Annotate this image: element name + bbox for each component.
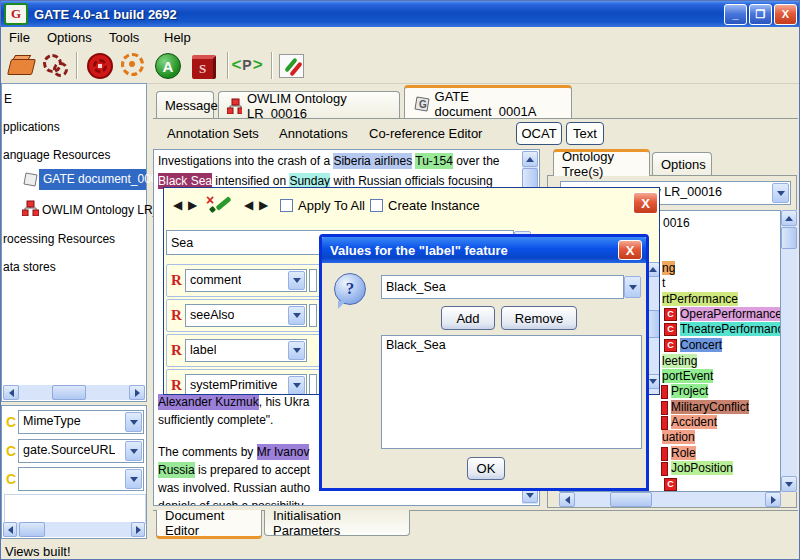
ontology-node[interactable]: COperaPerformance <box>664 307 781 321</box>
next-annotation-icon[interactable]: ▶ <box>188 198 197 212</box>
values-dialog-titlebar[interactable]: Values for the "label" feature <box>322 237 646 263</box>
next-span-icon[interactable]: ▶ <box>259 198 268 212</box>
tab-initialisation-parameters[interactable]: Initialisation Parameters <box>264 510 410 536</box>
prev-annotation-icon[interactable]: ◀ <box>173 198 182 212</box>
delete-annotation-icon[interactable]: × <box>206 192 240 218</box>
tree-item-data-stores[interactable]: ata stores <box>3 260 56 274</box>
dropdown-arrow[interactable] <box>288 376 305 395</box>
tree-item-language-resources[interactable]: anguage Resources <box>3 148 110 162</box>
dialog-close-icon[interactable]: X <box>633 192 658 214</box>
gear-icon[interactable] <box>119 51 147 79</box>
annotation-sets-button[interactable]: Annotation Sets <box>167 126 259 141</box>
ontology-hscrollbar[interactable] <box>559 492 781 507</box>
annotation-diff-icon[interactable] <box>277 51 305 79</box>
values-list[interactable]: Black_Sea <box>381 335 642 449</box>
tree-item-gate-document[interactable]: GATE document_0001A <box>39 169 146 190</box>
remove-button[interactable]: Remove <box>501 306 577 330</box>
ontology-node[interactable]: portEvent <box>662 369 713 383</box>
empty-combobox[interactable] <box>18 467 144 491</box>
tab-ontology-trees[interactable]: Ontology Tree(s) <box>553 149 650 176</box>
ontology-node[interactable]: t <box>662 276 665 290</box>
coreference-editor-button[interactable]: Co-reference Editor <box>369 126 482 141</box>
ontology-node[interactable]: Project <box>661 384 708 399</box>
ontology-node[interactable]: C <box>664 477 708 491</box>
text-button[interactable]: Text <box>566 122 604 145</box>
annotations-button[interactable]: Annotations <box>279 126 348 141</box>
create-instance-checkbox[interactable] <box>370 199 383 212</box>
ontotext-cube-icon[interactable]: S <box>189 51 217 79</box>
annotation-siberia-airlines[interactable]: Siberia airlines <box>333 153 412 169</box>
systemprimitive-combobox[interactable]: systemPrimitive <box>185 374 307 395</box>
minimize-button[interactable]: _ <box>724 4 747 25</box>
ok-button[interactable]: OK <box>467 457 505 480</box>
ontology-node[interactable]: MilitaryConflict <box>661 400 749 415</box>
scroll-left-button[interactable] <box>559 492 575 507</box>
menu-file[interactable]: File <box>9 30 30 45</box>
annotation-tu154[interactable]: Tu-154 <box>415 153 453 169</box>
dropdown-arrow[interactable] <box>125 469 142 489</box>
scroll-right-button[interactable] <box>131 522 145 537</box>
menu-help[interactable]: Help <box>164 30 191 45</box>
apply-to-all-checkbox[interactable] <box>280 199 293 212</box>
tree-item-gate[interactable]: E <box>4 92 12 106</box>
comment-combobox[interactable]: comment <box>185 269 307 292</box>
tree-item-applications[interactable]: pplications <box>3 120 60 134</box>
annie-icon[interactable]: A <box>153 51 181 79</box>
scroll-right-button[interactable] <box>129 385 145 400</box>
value-combobox-input[interactable] <box>381 275 624 299</box>
scroll-thumb[interactable] <box>781 227 797 249</box>
sourceurl-combobox[interactable]: gate.SourceURL <box>18 439 144 463</box>
ontology-node[interactable]: rtPerformance <box>662 292 738 306</box>
list-item[interactable]: Black_Sea <box>386 338 446 352</box>
scroll-left-button[interactable] <box>3 385 19 400</box>
ontology-node[interactable]: CTheatrePerformance <box>664 322 781 336</box>
load-resource-icon[interactable] <box>7 51 35 79</box>
scroll-right-button[interactable] <box>765 492 781 507</box>
scroll-thumb[interactable] <box>19 522 45 537</box>
dropdown-arrow[interactable] <box>772 183 789 203</box>
tree-item-processing-resources[interactable]: rocessing Resources <box>3 232 115 246</box>
scroll-thumb[interactable] <box>610 492 652 507</box>
dropdown-arrow[interactable] <box>125 412 142 432</box>
menu-tools[interactable]: Tools <box>109 30 139 45</box>
dropdown-arrow[interactable] <box>288 306 305 325</box>
menu-options[interactable]: Options <box>47 30 92 45</box>
scroll-down-button[interactable] <box>781 476 797 492</box>
scroll-left-button[interactable] <box>3 522 17 537</box>
annotation-kuzmuk[interactable]: Alexander Kuzmuk <box>158 394 259 410</box>
dropdown-arrow[interactable] <box>624 276 641 298</box>
dialog-close-icon[interactable]: X <box>618 240 642 260</box>
tab-owlim-ontology[interactable]: OWLIM Ontology LR_00016 <box>218 91 400 119</box>
processing-gears-icon[interactable] <box>41 51 69 79</box>
ontology-node[interactable]: CConcert <box>664 338 722 352</box>
annotation-ivanov[interactable]: Mr Ivanov <box>257 444 310 460</box>
ontology-root-node[interactable]: 0016 <box>663 216 690 230</box>
label-combobox[interactable]: label <box>185 339 307 362</box>
scroll-thumb[interactable] <box>52 385 86 400</box>
tab-options[interactable]: Options <box>652 152 712 176</box>
close-button[interactable]: X <box>774 4 797 25</box>
ocat-button[interactable]: OCAT <box>516 122 562 145</box>
prev-span-icon[interactable]: ◀ <box>244 198 253 212</box>
add-button[interactable]: Add <box>441 306 495 330</box>
dropdown-arrow[interactable] <box>125 441 142 461</box>
ontology-node[interactable]: uation <box>662 430 695 444</box>
scroll-up-button[interactable] <box>781 210 797 226</box>
ontology-node[interactable]: Accident <box>661 415 717 430</box>
dropdown-arrow[interactable] <box>288 271 305 290</box>
datastore-wheel-icon[interactable] <box>85 51 113 79</box>
maximize-button[interactable]: ❐ <box>749 4 772 25</box>
tab-document-editor[interactable]: Document Editor <box>156 510 262 539</box>
tab-messages[interactable]: Messages <box>156 91 214 119</box>
ontology-node[interactable]: ng <box>662 261 675 275</box>
tab-gate-document[interactable]: G GATE document_0001A <box>404 85 572 119</box>
unicode-p-icon[interactable]: <P> <box>233 51 261 79</box>
dropdown-arrow[interactable] <box>288 341 305 360</box>
mimetype-combobox[interactable]: MimeType <box>18 410 144 434</box>
seealso-combobox[interactable]: seeAlso <box>185 304 307 327</box>
scroll-up-button[interactable] <box>522 151 538 167</box>
ontology-node[interactable]: leeting <box>662 354 697 368</box>
ontology-vscrollbar[interactable] <box>781 210 797 492</box>
ontology-node[interactable]: Role <box>661 446 696 461</box>
ontology-node[interactable]: JobPosition <box>661 461 733 476</box>
